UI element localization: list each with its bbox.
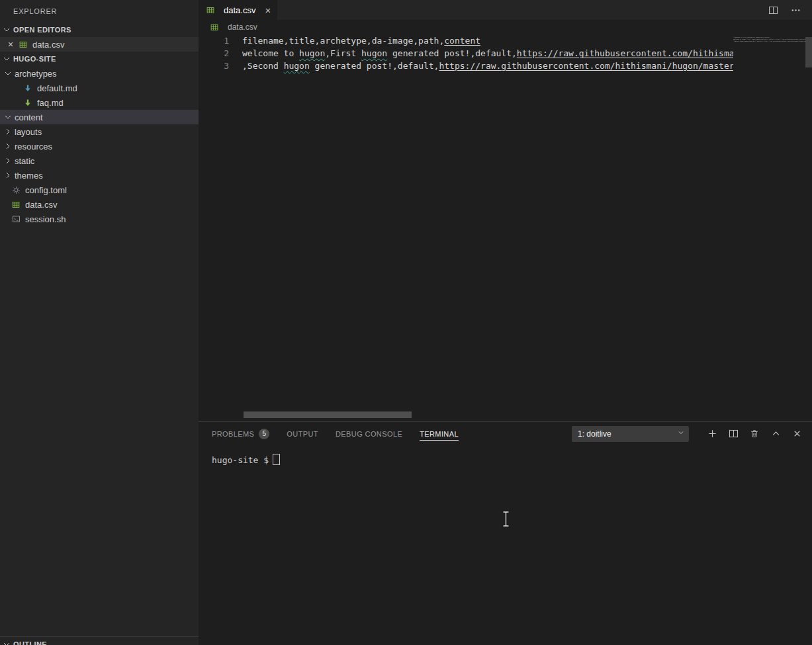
panel-tab-label: PROBLEMS	[212, 427, 254, 441]
vertical-scrollbar[interactable]	[805, 37, 812, 67]
editor-actions	[767, 0, 812, 20]
tree-item-label: archetypes	[15, 69, 57, 79]
panel-tab-debug-console[interactable]: DEBUG CONSOLE	[336, 422, 402, 445]
code-editor[interactable]: 1filename,title,archetype,da-image,path,…	[199, 34, 733, 421]
more-actions-icon[interactable]	[789, 4, 801, 16]
vscode-window: EXPLORER OPEN EDITORS ×data.csv HUGO-SIT…	[0, 0, 812, 645]
tree-item-archetypes[interactable]: archetypes	[0, 66, 199, 81]
panel-actions: 1: doitlive	[572, 426, 803, 442]
code-segment: generated post!,default,	[387, 48, 517, 58]
tree-item-label: data.csv	[25, 200, 57, 210]
section-workspace-label: HUGO-SITE	[13, 55, 56, 63]
close-panel-icon[interactable]	[791, 428, 803, 440]
tree-item-faq-md[interactable]: faq.md	[0, 95, 199, 110]
tree-item-label: default.md	[37, 83, 77, 93]
chevron-right-icon	[3, 155, 13, 166]
code-segment: generated post!,default,	[310, 61, 439, 71]
tree-item-label: content	[15, 112, 43, 122]
code-segment: ,First	[325, 48, 361, 58]
line-number: 1	[199, 34, 242, 47]
code-text: welcome to hugon,First hugon generated p…	[242, 47, 733, 60]
code-link[interactable]: https://raw.githubusercontent.com/hithis…	[439, 61, 733, 71]
close-icon[interactable]: ×	[265, 5, 271, 16]
tab-data-csv[interactable]: data.csv ×	[199, 0, 277, 20]
code-segment: hugon	[361, 48, 387, 58]
tree-item-content[interactable]: content	[0, 110, 199, 124]
sidebar-title: EXPLORER	[0, 0, 199, 22]
tab-label: data.csv	[224, 5, 255, 15]
editor-group: data.csv × data.csv 1filename,title,arch…	[199, 0, 812, 421]
tree-item-label: config.toml	[25, 185, 67, 195]
code-line[interactable]: 3,Second hugon generated post!,default,h…	[199, 60, 733, 72]
kill-terminal-icon[interactable]	[748, 428, 760, 440]
tree-item-default-md[interactable]: default.md	[0, 81, 199, 95]
gear-icon	[11, 186, 21, 194]
tree-item-session-sh[interactable]: session.sh	[0, 212, 199, 226]
horizontal-scrollbar[interactable]	[244, 411, 412, 418]
tree-item-data-csv[interactable]: data.csv	[0, 197, 199, 212]
code-segment: hugon	[299, 48, 325, 58]
shell-icon	[11, 215, 21, 223]
panel-tab-problems[interactable]: PROBLEMS5	[212, 422, 269, 445]
markdown-icon	[23, 99, 33, 107]
terminal-select-value: 1: doitlive	[578, 429, 611, 439]
open-editor-label: data.csv	[32, 40, 64, 50]
panel-tabs: PROBLEMS5OUTPUTDEBUG CONSOLETERMINAL	[212, 422, 459, 445]
close-icon[interactable]: ×	[5, 39, 16, 50]
code-segment: content	[444, 36, 480, 46]
section-outline[interactable]: OUTLINE	[0, 636, 199, 645]
panel-tab-output[interactable]: OUTPUT	[287, 422, 318, 445]
section-workspace[interactable]: HUGO-SITE	[0, 52, 199, 66]
code-line[interactable]: 2welcome to hugon,First hugon generated …	[199, 47, 733, 60]
bottom-panel: PROBLEMS5OUTPUTDEBUG CONSOLETERMINAL 1: …	[199, 421, 812, 645]
chevron-down-icon	[1, 54, 12, 64]
minimap[interactable]: filename,title,archetype,da-image,path,c…	[733, 34, 805, 421]
open-editors-list: ×data.csv	[0, 37, 199, 52]
new-terminal-icon[interactable]	[706, 428, 718, 440]
tree-item-label: faq.md	[37, 98, 64, 108]
chevron-right-icon	[3, 170, 13, 181]
csv-icon	[11, 200, 21, 209]
line-number: 2	[199, 47, 242, 60]
breadcrumb[interactable]: data.csv	[199, 20, 812, 34]
chevron-down-icon	[1, 639, 12, 645]
code-segment: welcome to	[242, 48, 299, 58]
problems-count-badge: 5	[259, 429, 269, 439]
file-tree: archetypesdefault.mdfaq.mdcontentlayouts…	[0, 66, 199, 226]
code-link[interactable]: https://raw.githubusercontent.com/hithis…	[517, 48, 733, 58]
explorer-sidebar: EXPLORER OPEN EDITORS ×data.csv HUGO-SIT…	[0, 0, 199, 645]
minimap-text: filename,title,archetype,da-image,path,c…	[733, 34, 805, 42]
terminal-prompt: hugo-site $	[212, 455, 269, 465]
tree-item-label: themes	[15, 171, 43, 181]
terminal-select[interactable]: 1: doitlive	[572, 426, 689, 442]
csv-icon	[209, 23, 220, 32]
tree-item-static[interactable]: static	[0, 153, 199, 168]
terminal-output[interactable]: hugo-site $	[199, 445, 812, 465]
split-editor-icon[interactable]	[767, 4, 779, 16]
chevron-down-icon	[3, 112, 13, 122]
code-line[interactable]: 1filename,title,archetype,da-image,path,…	[199, 34, 733, 47]
csv-icon	[205, 6, 216, 15]
tree-item-themes[interactable]: themes	[0, 168, 199, 183]
tree-item-config-toml[interactable]: config.toml	[0, 183, 199, 197]
maximize-panel-icon[interactable]	[770, 428, 782, 440]
terminal-cursor	[273, 454, 280, 465]
tree-item-label: layouts	[15, 127, 42, 137]
panel-tab-terminal[interactable]: TERMINAL	[420, 422, 459, 445]
tree-item-layouts[interactable]: layouts	[0, 124, 199, 139]
code-segment: ,Second	[242, 61, 284, 71]
split-terminal-icon[interactable]	[727, 428, 739, 440]
chevron-right-icon	[3, 141, 13, 151]
tree-item-resources[interactable]: resources	[0, 139, 199, 153]
section-open-editors[interactable]: OPEN EDITORS	[0, 22, 199, 37]
panel-tab-label: DEBUG CONSOLE	[336, 427, 402, 441]
markdown-icon	[23, 84, 33, 92]
panel-tab-label: OUTPUT	[287, 427, 318, 441]
panel-header: PROBLEMS5OUTPUTDEBUG CONSOLETERMINAL 1: …	[199, 422, 812, 445]
panel-tab-label: TERMINAL	[420, 427, 459, 441]
csv-icon	[18, 40, 28, 49]
open-editor-item[interactable]: ×data.csv	[0, 37, 199, 52]
code-segment: filename,title,archetype,da-image,path,	[242, 36, 444, 46]
tree-item-label: resources	[15, 142, 52, 151]
chevron-down-icon	[1, 24, 12, 35]
